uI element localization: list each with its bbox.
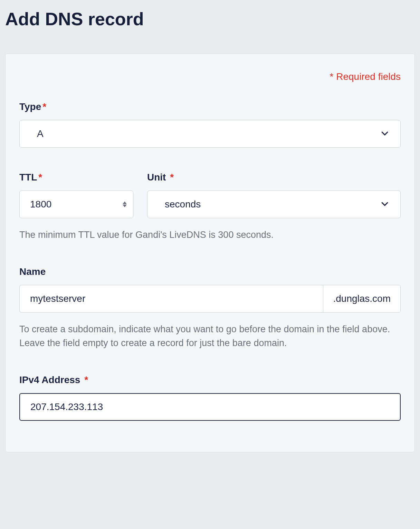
unit-required-asterisk: * [167, 172, 174, 183]
ipv4-input[interactable] [30, 401, 390, 412]
ttl-help-text: The minimum TTL value for Gandi's LiveDN… [19, 228, 401, 242]
type-select-value: A [37, 128, 44, 139]
unit-label-text: Unit [147, 172, 166, 183]
svg-marker-1 [123, 205, 127, 207]
ttl-input[interactable] [30, 199, 119, 210]
chevron-down-icon [380, 198, 390, 210]
ipv4-label-text: IPv4 Address [19, 374, 80, 385]
type-select[interactable]: A [19, 120, 401, 148]
type-required-asterisk: * [42, 101, 46, 112]
name-label: Name [19, 266, 401, 277]
name-input[interactable] [20, 285, 323, 312]
page-title: Add DNS record [5, 9, 415, 29]
ttl-label: TTL* [19, 172, 133, 183]
ttl-required-asterisk: * [38, 172, 42, 183]
ipv4-required-asterisk: * [82, 374, 88, 385]
required-fields-note: * Required fields [19, 71, 401, 82]
ttl-input-wrap[interactable] [19, 191, 133, 218]
unit-label: Unit * [147, 172, 401, 183]
chevron-down-icon [380, 128, 390, 140]
name-label-text: Name [19, 266, 46, 277]
type-label: Type* [19, 101, 401, 112]
stepper-icon[interactable] [123, 202, 127, 207]
name-input-group: .dunglas.com [19, 285, 401, 313]
type-label-text: Type [19, 101, 41, 112]
field-ipv4: IPv4 Address * [19, 374, 401, 421]
form-card: * Required fields Type* A TTL* [5, 54, 415, 452]
name-help-text: To create a subdomain, indicate what you… [19, 322, 401, 350]
field-type: Type* A [19, 101, 401, 148]
ipv4-label: IPv4 Address * [19, 374, 401, 386]
name-domain-suffix: .dunglas.com [323, 285, 400, 312]
field-ttl-unit: TTL* Unit * seconds [19, 172, 401, 242]
ttl-label-text: TTL [19, 172, 37, 183]
unit-select[interactable]: seconds [147, 191, 401, 218]
field-name: Name .dunglas.com To create a subdomain,… [19, 266, 401, 350]
svg-marker-0 [123, 202, 127, 204]
ipv4-input-wrap[interactable] [19, 393, 401, 421]
unit-select-value: seconds [165, 199, 201, 210]
